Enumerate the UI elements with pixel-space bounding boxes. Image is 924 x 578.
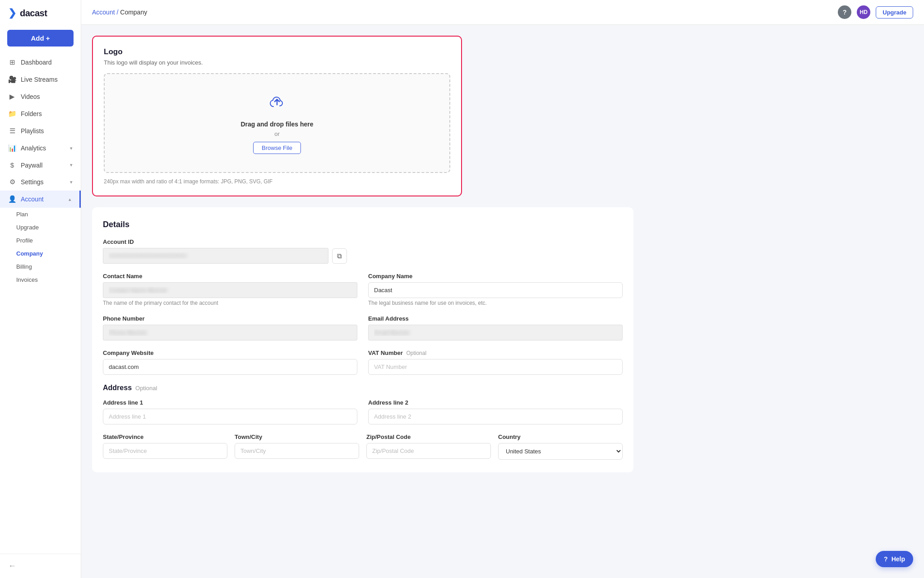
sidebar-item-folders[interactable]: 📁 Folders [0, 105, 81, 122]
details-section: Details Account ID ⧉ Contact Name The na… [92, 207, 633, 472]
live-streams-icon: 🎥 [8, 75, 16, 84]
account-sub-nav: Plan Upgrade Profile Company Billing Inv… [0, 208, 81, 286]
logo-section: Logo This logo will display on your invo… [92, 36, 462, 196]
browse-file-button[interactable]: Browse File [253, 142, 301, 154]
user-avatar[interactable]: HD [857, 5, 870, 19]
content-area: Logo This logo will display on your invo… [81, 25, 924, 578]
vat-optional: Optional [406, 350, 426, 356]
state-label: State/Province [103, 434, 227, 440]
sidebar-item-label: Analytics [21, 144, 46, 152]
sidebar-item-label: Live Streams [21, 76, 58, 83]
website-group: Company Website [103, 350, 357, 375]
email-label: Email Address [368, 315, 623, 322]
phone-label: Phone Number [103, 315, 357, 322]
or-text: or [114, 131, 440, 137]
help-fab-icon: ? [884, 555, 888, 563]
collapse-sidebar-button[interactable]: ← [8, 561, 16, 570]
sidebar-item-analytics[interactable]: 📊 Analytics ▾ [0, 140, 81, 157]
question-mark-icon: ? [843, 9, 847, 16]
logo-text: dacast [20, 8, 47, 19]
sidebar-item-plan[interactable]: Plan [16, 208, 81, 221]
address-line2-input[interactable] [368, 409, 623, 424]
country-select[interactable]: United States [498, 443, 623, 460]
help-fab-label: Help [892, 555, 905, 563]
logo-section-title: Logo [104, 47, 450, 56]
sidebar-item-invoices[interactable]: Invoices [16, 273, 81, 286]
settings-icon: ⚙ [8, 178, 16, 186]
address-line2-label: Address line 2 [368, 399, 623, 406]
vat-label: VAT Number Optional [368, 350, 623, 356]
sidebar-item-playlists[interactable]: ☰ Playlists [0, 122, 81, 140]
company-name-input[interactable] [368, 282, 623, 298]
sidebar-item-videos[interactable]: ▶ Videos [0, 88, 81, 105]
logo-hint: 240px max width and ratio of 4:1 image f… [104, 178, 450, 185]
copy-icon: ⧉ [337, 252, 342, 260]
website-input[interactable] [103, 359, 357, 375]
add-button[interactable]: Add + [7, 30, 74, 47]
vat-input[interactable] [368, 359, 623, 375]
account-id-row: ⧉ [103, 248, 623, 264]
state-group: State/Province [103, 434, 227, 460]
sidebar-item-billing[interactable]: Billing [16, 260, 81, 273]
help-icon-button[interactable]: ? [838, 5, 851, 19]
chevron-down-icon: ▾ [70, 162, 73, 168]
vat-group: VAT Number Optional [368, 350, 623, 375]
breadcrumb-account[interactable]: Account [92, 9, 115, 16]
company-name-group: Company Name The legal business name for… [368, 273, 623, 306]
sidebar-item-account[interactable]: 👤 Account ▴ [0, 191, 81, 208]
breadcrumb: Account / Company [92, 9, 147, 16]
sidebar-bottom: ← [0, 554, 81, 578]
address-heading: Address Optional [103, 384, 623, 392]
contact-name-group: Contact Name The name of the primary con… [103, 273, 357, 306]
folders-icon: 📁 [8, 110, 16, 118]
copy-account-id-button[interactable]: ⧉ [332, 248, 347, 264]
account-id-label: Account ID [103, 238, 623, 245]
contact-name-input[interactable] [103, 282, 357, 298]
state-input[interactable] [103, 443, 227, 459]
sidebar-item-label: Playlists [21, 127, 44, 135]
topbar-right: ? HD Upgrade [838, 5, 913, 19]
details-title: Details [103, 220, 623, 229]
sidebar-item-company[interactable]: Company [16, 247, 81, 260]
sidebar-item-label: Paywall [21, 162, 42, 169]
dacast-chevron-icon: ❯ [8, 7, 16, 19]
playlists-icon: ☰ [8, 127, 16, 135]
sidebar-logo: ❯ dacast [0, 0, 81, 26]
file-drop-zone[interactable]: Drag and drop files here or Browse File [104, 73, 450, 173]
topbar: Account / Company ? HD Upgrade [81, 0, 924, 25]
sidebar-item-paywall[interactable]: $ Paywall ▾ [0, 157, 81, 173]
email-input[interactable] [368, 325, 623, 340]
drop-text: Drag and drop files here [114, 121, 440, 128]
sidebar-item-settings[interactable]: ⚙ Settings ▾ [0, 173, 81, 191]
contact-name-label: Contact Name [103, 273, 357, 280]
zip-input[interactable] [366, 443, 491, 459]
sidebar-item-label: Settings [21, 178, 44, 186]
city-label: Town/City [235, 434, 359, 440]
chevron-down-icon: ▾ [70, 145, 73, 151]
sidebar-item-profile[interactable]: Profile [16, 234, 81, 247]
address-line2-group: Address line 2 [368, 399, 623, 424]
sidebar-item-label: Dashboard [21, 59, 52, 66]
sidebar-item-label: Videos [21, 93, 40, 100]
upgrade-button[interactable]: Upgrade [876, 6, 913, 19]
email-group: Email Address [368, 315, 623, 340]
help-fab-button[interactable]: ? Help [876, 551, 913, 567]
address-line1-input[interactable] [103, 409, 357, 424]
address-grid: State/Province Town/City Zip/Postal Code… [103, 434, 623, 460]
dashboard-icon: ⊞ [8, 58, 16, 66]
main-area: Account / Company ? HD Upgrade Logo This… [81, 0, 924, 578]
city-group: Town/City [235, 434, 359, 460]
phone-email-row: Phone Number Email Address [103, 315, 623, 340]
sidebar-item-dashboard[interactable]: ⊞ Dashboard [0, 54, 81, 71]
account-icon: 👤 [8, 195, 16, 203]
logo-section-subtitle: This logo will display on your invoices. [104, 59, 450, 66]
city-input[interactable] [235, 443, 359, 459]
phone-input[interactable] [103, 325, 357, 340]
chevron-up-icon: ▴ [69, 196, 71, 202]
website-label: Company Website [103, 350, 357, 356]
sidebar-item-upgrade[interactable]: Upgrade [16, 221, 81, 234]
sidebar-item-live-streams[interactable]: 🎥 Live Streams [0, 71, 81, 88]
breadcrumb-company: Company [120, 9, 147, 16]
phone-group: Phone Number [103, 315, 357, 340]
account-id-input [103, 248, 328, 264]
